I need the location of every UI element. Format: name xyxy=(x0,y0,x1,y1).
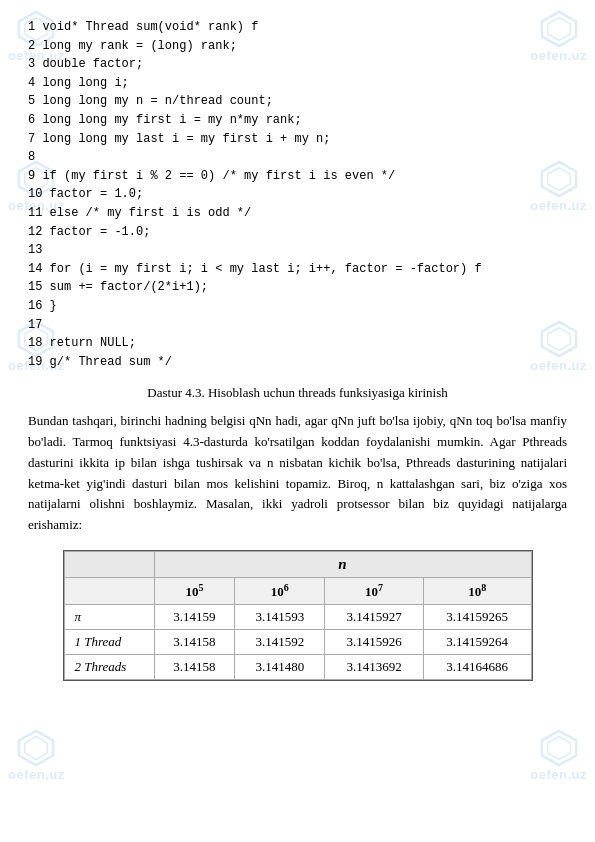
2threads-val-1e7: 3.1413692 xyxy=(325,655,424,680)
pi-val-1e5: 3.14159 xyxy=(154,605,235,630)
code-line-8: 8 xyxy=(28,148,567,167)
table-header-row: n xyxy=(64,552,531,578)
row-label-2threads: 2 Threads xyxy=(64,655,154,680)
pi-val-1e8: 3.14159265 xyxy=(423,605,531,630)
1thread-val-1e5: 3.14158 xyxy=(154,630,235,655)
code-line-18: 18 return NULL; xyxy=(28,334,567,353)
results-table: n 105 106 107 108 π 3.14159 3.141593 3.1… xyxy=(64,551,532,680)
code-line-16: 16 } xyxy=(28,297,567,316)
pi-val-1e6: 3.141593 xyxy=(235,605,325,630)
superscript-7: 7 xyxy=(378,582,383,593)
code-line-7: 7 long long my last i = my first i + my … xyxy=(28,130,567,149)
col-header-1e6: 106 xyxy=(235,578,325,605)
code-line-17: 17 xyxy=(28,316,567,335)
code-line-3: 3 double factor; xyxy=(28,55,567,74)
watermark-text-bottom-left: oefen.uz xyxy=(8,767,65,782)
pi-val-1e7: 3.1415927 xyxy=(325,605,424,630)
code-line-2: 2 long my rank = (long) rank; xyxy=(28,37,567,56)
1thread-val-1e8: 3.14159264 xyxy=(423,630,531,655)
code-line-15: 15 sum += factor/(2*i+1); xyxy=(28,278,567,297)
2threads-val-1e5: 3.14158 xyxy=(154,655,235,680)
table-subheader-row: 105 106 107 108 xyxy=(64,578,531,605)
n-header-label: n xyxy=(338,556,346,572)
code-line-5: 5 long long my n = n/thread count; xyxy=(28,92,567,111)
watermark-bottom-right: oefen.uz xyxy=(530,729,587,782)
svg-marker-14 xyxy=(542,731,576,765)
code-line-10: 10 factor = 1.0; xyxy=(28,185,567,204)
2threads-val-1e6: 3.141480 xyxy=(235,655,325,680)
n-header-cell: n xyxy=(154,552,531,578)
col-header-1e8: 108 xyxy=(423,578,531,605)
superscript-8: 8 xyxy=(481,582,486,593)
code-line-11: 11 else /* my first i is odd */ xyxy=(28,204,567,223)
watermark-bottom-left: oefen.uz xyxy=(8,729,65,782)
table-subheader-empty xyxy=(64,578,154,605)
code-line-6: 6 long long my first i = my n*my rank; xyxy=(28,111,567,130)
table-row-2threads: 2 Threads 3.14158 3.141480 3.1413692 3.1… xyxy=(64,655,531,680)
code-line-19: 19 g/* Thread sum */ xyxy=(28,353,567,372)
figure-caption: Dastur 4.3. Hisoblash uchun threads funk… xyxy=(28,385,567,401)
superscript-6: 6 xyxy=(284,582,289,593)
code-line-13: 13 xyxy=(28,241,567,260)
code-line-12: 12 factor = -1.0; xyxy=(28,223,567,242)
code-line-14: 14 for (i = my first i; i < my last i; i… xyxy=(28,260,567,279)
table-row-pi: π 3.14159 3.141593 3.1415927 3.14159265 xyxy=(64,605,531,630)
code-block: 1 void* Thread sum(void* rank) f 2 long … xyxy=(28,18,567,371)
results-table-wrapper: n 105 106 107 108 π 3.14159 3.141593 3.1… xyxy=(63,550,533,681)
superscript-5: 5 xyxy=(198,582,203,593)
table-row-1thread: 1 Thread 3.14158 3.141592 3.1415926 3.14… xyxy=(64,630,531,655)
table-corner-cell xyxy=(64,552,154,578)
paragraph-text: Bundan tashqari, birinchi hadning belgis… xyxy=(28,411,567,536)
1thread-val-1e7: 3.1415926 xyxy=(325,630,424,655)
code-line-4: 4 long long i; xyxy=(28,74,567,93)
svg-marker-13 xyxy=(25,737,48,760)
table-body: π 3.14159 3.141593 3.1415927 3.14159265 … xyxy=(64,605,531,680)
2threads-val-1e8: 3.14164686 xyxy=(423,655,531,680)
row-label-pi: π xyxy=(64,605,154,630)
1thread-val-1e6: 3.141592 xyxy=(235,630,325,655)
svg-marker-12 xyxy=(19,731,53,765)
watermark-text-bottom-right: oefen.uz xyxy=(530,767,587,782)
code-line-1: 1 void* Thread sum(void* rank) f xyxy=(28,18,567,37)
svg-marker-15 xyxy=(547,737,570,760)
col-header-1e5: 105 xyxy=(154,578,235,605)
row-label-1thread: 1 Thread xyxy=(64,630,154,655)
code-line-9: 9 if (my first i % 2 == 0) /* my first i… xyxy=(28,167,567,186)
col-header-1e7: 107 xyxy=(325,578,424,605)
main-content: 1 void* Thread sum(void* rank) f 2 long … xyxy=(0,0,595,699)
